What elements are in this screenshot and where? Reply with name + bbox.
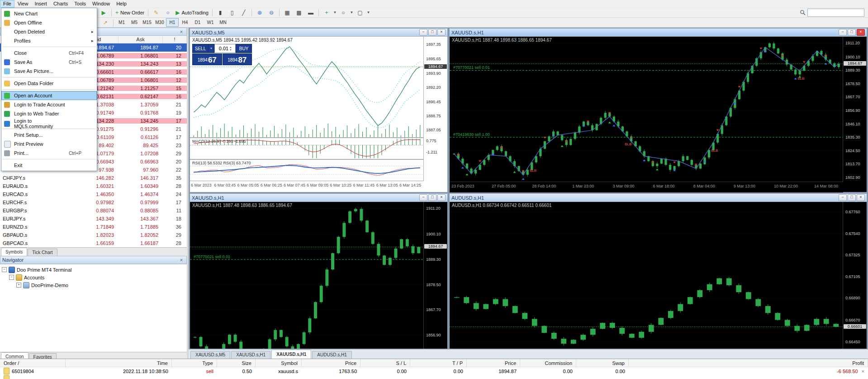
buy-price-display[interactable]: 1894 87 (223, 53, 252, 65)
tab-tick-chart[interactable]: Tick Chart (28, 249, 57, 256)
column-header-ask[interactable]: Ask (119, 36, 163, 43)
menu-view[interactable]: View (14, 0, 32, 8)
menu-charts[interactable]: Charts (50, 0, 71, 8)
menu-help[interactable]: Help (113, 0, 130, 8)
terminal-column-t-p[interactable]: T / P (410, 359, 467, 367)
navigator-titlebar[interactable]: Navigator × (0, 256, 187, 264)
terminal-column-time[interactable]: Time (66, 359, 172, 367)
time-scale[interactable]: 23 Feb 202327 Feb 05:0028 Feb 14:001 Mar… (450, 182, 843, 192)
timeframe-m1[interactable]: M1 (115, 18, 128, 27)
order-type-dropdown-icon[interactable]: ▾ (209, 44, 214, 53)
price-scale[interactable]: 1897.351895.651893.901892.201890.451888.… (423, 37, 447, 181)
market-watch-row[interactable]: GBPAUD.s1.820231.8205229 (0, 231, 187, 239)
chart-tab-xauusd-s-m5-0[interactable]: XAUUSD.s,M5 (190, 351, 230, 359)
window-restore-icon[interactable]: □ (428, 194, 436, 201)
terminal-column-s-l[interactable]: S / L (360, 359, 410, 367)
terminal-order-row[interactable] (0, 375, 868, 379)
terminal-column-swap[interactable]: Swap (576, 359, 629, 367)
tile-horizontal-icon[interactable]: ▬ (305, 8, 316, 17)
line-chart-icon[interactable]: ╱ (238, 8, 249, 17)
templates-icon[interactable]: ▢ (355, 8, 365, 17)
volume-input[interactable]: 0.01 ▴▾ (214, 44, 236, 53)
menu-tools[interactable]: Tools (71, 0, 89, 8)
indicators-icon[interactable]: + (321, 8, 332, 17)
new-order-button[interactable]: +New Order (114, 8, 146, 17)
timeframe-m15[interactable]: M15 (141, 18, 153, 27)
metaeditor-icon[interactable]: ✎ (151, 8, 161, 17)
market-watch-row[interactable]: EURJPY.s143.349143.36718 (0, 215, 187, 223)
candlestick-chart-icon[interactable]: ▮ (215, 8, 226, 17)
terminal-column-profit[interactable]: Profit (629, 359, 868, 367)
window-close-icon[interactable]: × (857, 29, 865, 36)
periods-icon[interactable]: ○ (338, 8, 349, 17)
file-menu-item-print-setup[interactable]: Print Setup... (1, 130, 97, 139)
market-watch-row[interactable]: EURNZD.s1.718491.7188536 (0, 223, 187, 231)
chart-tab-xauusd-s-h1-1[interactable]: XAUUSD.s,H1 (231, 351, 270, 359)
zoom-in-icon[interactable]: ⊕ (254, 8, 265, 17)
terminal-order-row[interactable]: 650198042022.11.18 10:38:50sell0.50xauus… (0, 367, 868, 375)
strategy-tester-icon[interactable]: ▶ (98, 8, 109, 17)
market-watch-row[interactable]: EURAUD.s1.603211.6034928 (0, 182, 187, 190)
expand-icon[interactable]: + (16, 283, 21, 288)
terminal-column-price[interactable]: Price (302, 359, 360, 367)
autotrading-button[interactable]: ▶AutoTrading (174, 8, 210, 17)
volume-spinner[interactable]: ▴▾ (230, 46, 231, 51)
timeframe-d1[interactable]: D1 (191, 18, 204, 27)
price-scale[interactable]: 0.677600.675400.673250.671050.668900.666… (843, 202, 867, 349)
sell-button[interactable]: SELL (192, 44, 209, 53)
file-menu-item-login-to-mql5-community[interactable]: Login to MQL5.community (1, 118, 97, 127)
mql5-community-icon[interactable]: ○ (162, 8, 173, 17)
chart-window-titlebar[interactable]: AUDUSD.s,H1 − □ × (450, 194, 867, 202)
window-close-icon[interactable]: × (437, 29, 446, 36)
file-menu-item-close[interactable]: CloseCtrl+F4 (1, 48, 97, 58)
chart-window-titlebar[interactable]: XAUUSD.s,H1 − □ × (450, 29, 867, 37)
column-header-[interactable]: ! (163, 36, 187, 43)
file-menu-item-open-offline[interactable]: Open Offline (1, 18, 97, 27)
collapse-icon[interactable]: − (9, 275, 14, 280)
timeframe-h4[interactable]: H4 (179, 18, 191, 27)
menu-window[interactable]: Window (89, 0, 113, 8)
sell-price-display[interactable]: 1894 67 (192, 53, 222, 65)
periods-dropdown-icon[interactable]: ▼ (350, 10, 354, 14)
file-menu-item-print[interactable]: Print...Ctrl+P (1, 149, 97, 158)
window-minimize-icon[interactable]: − (839, 29, 847, 36)
bar-chart-icon[interactable]: ▯ (227, 8, 237, 17)
window-restore-icon[interactable]: □ (848, 29, 856, 36)
price-scale[interactable]: 1911.201900.101889.301878.501867.701856.… (423, 202, 447, 349)
timeframe-w1[interactable]: W1 (204, 18, 217, 27)
terminal-column-symbol[interactable]: Symbol (256, 359, 302, 367)
file-menu-item-login-to-web-trader[interactable]: Login to Web Trader (1, 109, 97, 118)
chart-window-titlebar[interactable]: XAUUSD.s,H1 − □ × (190, 194, 447, 202)
file-menu-item-new-chart[interactable]: New Chart (1, 9, 97, 18)
price-chart-area[interactable] (450, 202, 843, 349)
market-watch-row[interactable]: EURCAD.s1.463501.4637424 (0, 190, 187, 198)
terminal-column-commission[interactable]: Commission (520, 359, 576, 367)
chart-tab-audusd-s-h1-3[interactable]: AUDUSD.s,H1 (312, 351, 352, 359)
price-scale[interactable]: 1911.201900.101889.301878.501867.701856.… (843, 37, 867, 182)
tile-windows-icon[interactable]: ▦ (282, 8, 293, 17)
zoom-out-icon[interactable]: ⊖ (266, 8, 277, 17)
file-menu-item-print-preview[interactable]: Print Preview (1, 139, 97, 149)
file-menu-item-profiles[interactable]: Profiles▸ (1, 36, 97, 45)
file-menu-item-open-an-account[interactable]: Open an Account (1, 91, 97, 100)
cascade-icon[interactable]: ▩ (294, 8, 304, 17)
file-menu-item-open-deleted[interactable]: Open Deleted▸ (1, 27, 97, 36)
window-restore-icon[interactable]: □ (848, 194, 856, 201)
file-menu-item-save-as-picture[interactable]: Save As Picture... (1, 67, 97, 76)
market-watch-row[interactable]: CHFJPY.s146.282146.31735 (0, 174, 187, 182)
timeframe-m30[interactable]: M30 (153, 18, 166, 27)
buy-button[interactable]: BUY (236, 44, 252, 53)
tree-item-dooprime-demo[interactable]: +DooPrime-Demo (0, 281, 187, 289)
market-watch-close-icon[interactable]: × (178, 29, 185, 34)
menu-file[interactable]: File (0, 0, 14, 8)
chart-window-titlebar[interactable]: XAUUSD.s,M5 − □ × (190, 29, 447, 37)
menu-insert[interactable]: Insert (31, 0, 50, 8)
search-input[interactable] (807, 9, 864, 17)
market-watch-row[interactable]: GBPCAD.s1.661591.6618728 (0, 239, 187, 247)
timeframe-mn[interactable]: MN (217, 18, 229, 27)
market-watch-row[interactable]: EURGBP.s0.880740.8808511 (0, 206, 187, 215)
tree-item-doo-prime-mt4-terminal[interactable]: −Doo Prime MT4 Terminal (0, 266, 187, 273)
arrows-icon[interactable]: ↗ (100, 18, 111, 27)
timeframe-h1[interactable]: H1 (166, 18, 179, 27)
market-watch-row[interactable]: EURCHF.s0.979820.9799917 (0, 198, 187, 206)
